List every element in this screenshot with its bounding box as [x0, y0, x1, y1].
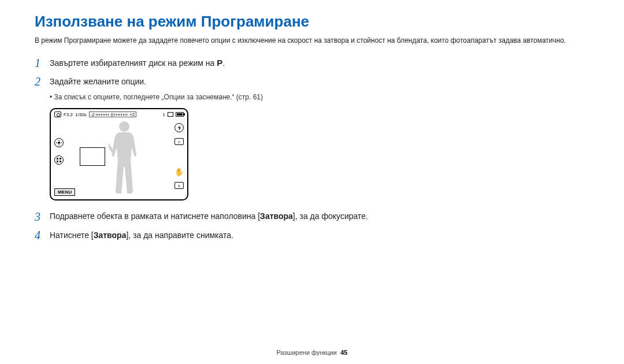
topbar-right: 1 — [163, 112, 184, 117]
step4-post: ], за да направите снимката. — [126, 231, 233, 240]
page-title: Използване на режим Програмиране — [35, 13, 589, 31]
focus-rectangle — [80, 147, 105, 166]
ev-scale: -2 0 +2 — [89, 112, 137, 117]
step-3: 3 Подравнете обекта в рамката и натиснет… — [35, 210, 589, 224]
step-body: Подравнете обекта в рамката и натиснете … — [50, 210, 589, 222]
preview-topbar: F3.2 1/30s -2 0 +2 1 — [54, 112, 184, 117]
svg-rect-2 — [57, 158, 58, 159]
step1-post: . — [222, 58, 225, 68]
step-4: 4 Натиснете [Затвора], за да направите с… — [35, 228, 589, 242]
face-detect-icon: ☺ — [174, 138, 184, 145]
svg-point-0 — [119, 121, 129, 132]
step-number: 3 — [35, 210, 50, 224]
camera-preview-wrap: F3.2 1/30s -2 0 +2 1 — [50, 108, 589, 200]
left-icon-column — [54, 138, 64, 165]
step-body: Завъртете избирателният диск на режим на… — [50, 56, 589, 70]
ev-bar — [114, 114, 128, 116]
stabilizer-icon: ✋ — [174, 167, 184, 176]
shot-count: 1 — [163, 112, 165, 117]
step1-pre: Завъртете избирателният диск на режим на — [50, 58, 217, 68]
svg-rect-5 — [60, 161, 61, 162]
camera-preview: F3.2 1/30s -2 0 +2 1 — [50, 108, 188, 200]
photo-icon — [168, 112, 173, 117]
steps-list: 1 Завъртете избирателният диск на режим … — [35, 56, 589, 242]
right-icon-column: ☺ ✋ ± — [174, 123, 184, 189]
intro-paragraph: В режим Програмиране можете да зададете … — [35, 36, 589, 44]
svg-rect-4 — [57, 161, 58, 162]
menu-button[interactable]: MENU — [54, 188, 75, 196]
camera-icon — [54, 112, 61, 117]
ev-bar — [96, 114, 110, 116]
step4-pre: Натиснете [ — [50, 231, 94, 240]
ev-minus: -2 — [91, 112, 95, 117]
mode-icon — [54, 138, 64, 147]
step3-pre: Подравнете обекта в рамката и натиснете … — [50, 211, 260, 221]
grid-icon — [54, 155, 64, 165]
mode-p-icon: P — [217, 58, 222, 68]
svg-rect-3 — [60, 158, 61, 159]
footer-page-number: 45 — [340, 349, 347, 356]
exposure-comp-icon: ± — [174, 182, 184, 189]
shutter-label: Затвора — [94, 231, 127, 240]
footer-section: Разширени функции — [277, 349, 337, 356]
page-footer: Разширени функции 45 — [0, 349, 624, 356]
step2-bullet: За списък с опциите, погледнете „Опции з… — [50, 93, 589, 101]
spacer — [174, 151, 184, 161]
step-body: Натиснете [Затвора], за да направите сни… — [50, 228, 589, 242]
ev-zero: 0 — [111, 112, 113, 117]
step-number: 2 — [35, 75, 50, 88]
shutter-label: Затвора — [260, 211, 293, 221]
step3-post: ], за да фокусирате. — [293, 211, 368, 221]
aperture-value: F3.2 — [64, 112, 73, 117]
flash-icon — [174, 123, 184, 132]
step-1: 1 Завъртете избирателният диск на режим … — [35, 56, 589, 70]
battery-icon — [176, 112, 184, 117]
subject-silhouette — [104, 120, 144, 195]
shutter-value: 1/30s — [75, 112, 87, 117]
step-number: 4 — [35, 228, 50, 242]
step-body: Задайте желаните опции. — [50, 75, 589, 88]
step-2: 2 Задайте желаните опции. — [35, 75, 589, 88]
svg-point-1 — [58, 142, 60, 144]
step-number: 1 — [35, 56, 50, 70]
ev-plus: +2 — [129, 112, 135, 117]
